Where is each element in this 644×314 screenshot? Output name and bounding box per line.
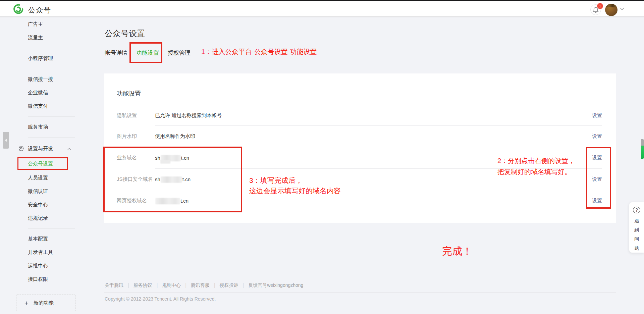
app-title: 公众号 [28,5,51,15]
sidebar-item-流量主[interactable]: 流量主 [0,31,77,44]
settings-link[interactable]: 设置 [592,112,602,119]
blurred-text [155,198,180,204]
sidebar-divider [0,134,77,141]
card-heading: 功能设置 [117,90,141,98]
sidebar-item-开发者工具[interactable]: 开发者工具 [0,246,77,259]
sidebar-section-label: 设置与开发 [28,146,53,152]
row-value: t.cn [155,198,189,204]
sidebar-item-label: 公众号设置 [28,161,53,167]
sidebar-divider [0,44,77,52]
footer-link-反馈官号weixingongzhong[interactable]: 反馈官号weixingongzhong [248,282,303,288]
table-row: 隐私设置已允许 通过名称搜索到本帐号设置 [104,106,616,125]
collapse-arrow-icon [5,139,7,142]
annotation-step1: 1：进入公众平台-公众号设置-功能设置 [201,47,317,56]
sidebar-item-企业微信[interactable]: 企业微信 [0,86,77,99]
sidebar-item-label: 小程序管理 [28,55,53,62]
row-value: sht.cn [155,176,191,182]
settings-link[interactable]: 设置 [592,155,602,161]
sidebar-item-label: 服务市场 [28,124,48,130]
settings-link[interactable]: 设置 [592,133,602,140]
sidebar-item-基本配置[interactable]: 基本配置 [0,232,77,246]
sidebar-item-label: 运维中心 [28,263,48,269]
footer-link-腾讯客服[interactable]: 腾讯客服 [191,282,210,288]
help-widget[interactable]: ? 遇到问题 [629,202,644,253]
sidebar-item-label: 开发者工具 [28,249,53,256]
sidebar-item-label: 人员设置 [28,175,48,181]
sidebar-item-label: 基本配置 [28,236,48,242]
tab-功能设置[interactable]: 功能设置 [136,49,159,57]
sidebar-item-label: 微信认证 [28,188,48,195]
settings-card: 功能设置 隐私设置已允许 通过名称搜索到本帐号设置图片水印使用名称作为水印设置业… [104,73,616,223]
row-value-text: t.cn [181,155,189,161]
sidebar-item-安全中心[interactable]: 安全中心 [0,198,77,211]
annotation-step2-line1: 2：分别点击右侧的设置， [497,155,575,166]
sidebar-item-label: 安全中心 [28,202,48,208]
sidebar-new-feature-button[interactable]: ＋ 新的功能 [16,295,75,311]
annotation-step2-line2: 把复制好的域名填写好。 [497,166,575,177]
sidebar-item-人员设置[interactable]: 人员设置 [0,171,77,185]
question-mark-icon: ? [633,207,640,213]
row-value: 已允许 通过名称搜索到本帐号 [155,112,222,119]
annotation-step2: 2：分别点击右侧的设置， 把复制好的域名填写好。 [497,155,575,177]
blurred-text-fragment [160,160,170,164]
row-value-text: 已允许 通过名称搜索到本帐号 [155,112,222,119]
notification-badge: 1 [597,3,603,9]
sidebar: 广告主流量主小程序管理微信搜一搜企业微信微信支付服务市场设置与开发公众号设置人员… [0,17,77,314]
help-label-char: 到 [634,225,639,234]
tab-bar: 帐号详情功能设置授权管理 [105,49,199,57]
row-value-text: 使用名称作为水印 [155,133,195,140]
blurred-text [161,176,182,183]
footer-link-侵权投诉[interactable]: 侵权投诉 [220,282,238,288]
sidebar-item-微信认证[interactable]: 微信认证 [0,185,77,198]
sidebar-item-接口权限[interactable]: 接口权限 [0,272,77,286]
sidebar-item-微信支付[interactable]: 微信支付 [0,99,77,113]
sidebar-item-label: 微信支付 [28,103,48,109]
sidebar-nav: 广告主流量主小程序管理微信搜一搜企业微信微信支付服务市场设置与开发公众号设置人员… [0,17,77,286]
copyright-text: Copyright © 2012-2023 Tencent. All Right… [105,296,216,302]
sidebar-collapse-handle[interactable] [3,132,9,149]
row-value-text: sh [155,176,160,182]
sidebar-item-公众号设置[interactable]: 公众号设置 [0,156,77,171]
sidebar-divider [0,225,77,232]
sidebar-item-广告主[interactable]: 广告主 [0,17,77,31]
tab-授权管理[interactable]: 授权管理 [168,49,191,57]
chevron-down-icon[interactable] [620,7,624,10]
footer-separator: | [214,282,215,288]
row-label: JS接口安全域名 [117,176,153,182]
help-label-char: 题 [634,244,639,253]
app-header: 公众号 1 [0,1,644,17]
scrollbar-thumb[interactable] [641,139,644,159]
sidebar-item-微信搜一搜[interactable]: 微信搜一搜 [0,72,77,86]
row-value-text: t.cn [180,198,189,204]
sidebar-item-label: 广告主 [28,21,43,28]
table-row: 图片水印使用名称作为水印设置 [104,126,616,147]
settings-link[interactable]: 设置 [592,176,602,182]
sidebar-item-label: 微信搜一搜 [28,76,53,83]
chevron-up-icon [67,146,71,152]
annotation-step3-line2: 这边会显示填写好的域名内容 [249,186,341,196]
footer-link-服务协议[interactable]: 服务协议 [133,282,152,288]
avatar[interactable] [605,4,618,16]
sidebar-item-小程序管理[interactable]: 小程序管理 [0,52,77,65]
sidebar-item-label: 接口权限 [28,276,48,282]
annotation-step3: 3：填写完成后， 这边会显示填写好的域名内容 [249,175,341,196]
window-top-edge [0,0,644,1]
help-label-char: 问 [634,234,639,244]
sidebar-item-label: 企业微信 [28,90,48,96]
footer-separator: | [128,282,129,288]
settings-link[interactable]: 设置 [592,198,602,204]
annotation-done: 完成！ [442,245,472,258]
row-label: 网页授权域名 [117,198,147,204]
footer-link-规则中心[interactable]: 规则中心 [162,282,181,288]
sidebar-item-运维中心[interactable]: 运维中心 [0,259,77,272]
tab-帐号详情[interactable]: 帐号详情 [105,49,127,57]
official-accounts-logo-icon [13,4,23,14]
row-value: 使用名称作为水印 [155,133,195,140]
footer-divider [104,292,616,293]
sidebar-divider [0,113,77,120]
footer-link-关于腾讯[interactable]: 关于腾讯 [105,282,123,288]
annotation-step3-line1: 3：填写完成后， [249,175,341,186]
sidebar-item-服务市场[interactable]: 服务市场 [0,120,77,134]
sidebar-item-违规记录[interactable]: 违规记录 [0,211,77,225]
sidebar-item-设置与开发[interactable]: 设置与开发 [0,141,77,156]
